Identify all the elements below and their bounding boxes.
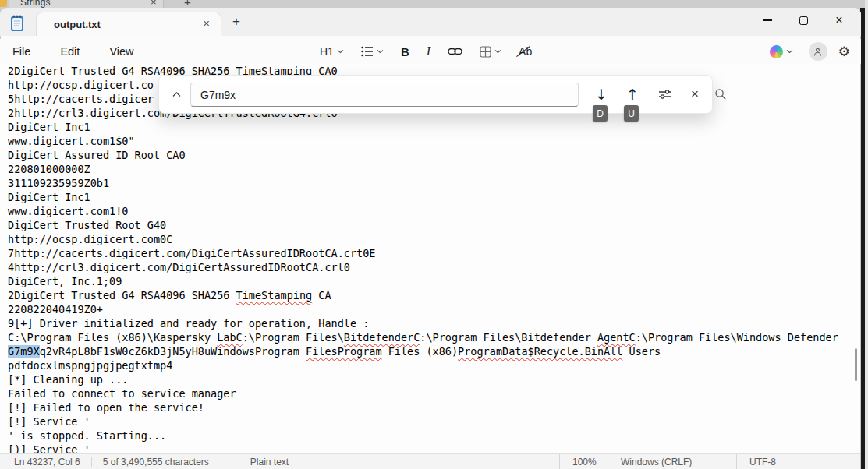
status-line-endings[interactable]: Windows (CRLF) bbox=[608, 454, 736, 469]
text-segment: Failed to connect to service manager bbox=[8, 387, 236, 400]
tab-close-icon[interactable]: × bbox=[203, 16, 210, 30]
keytip-up: U bbox=[624, 105, 639, 122]
editor-row[interactable]: DigiCert, Inc.1;09 bbox=[8, 274, 860, 288]
text-segment: pdfdocxlmspngjpgjpegtxtmp4 bbox=[8, 359, 172, 372]
italic-label: I bbox=[427, 44, 430, 58]
editor-row[interactable]: 311109235959Z0b1 bbox=[8, 176, 860, 190]
link-button[interactable] bbox=[443, 44, 467, 58]
editor-row[interactable]: 220822040419Z0+ bbox=[8, 302, 860, 316]
editor-row[interactable]: www.digicert.com1!0 bbox=[8, 204, 860, 218]
text-segment: 220801000000Z bbox=[8, 163, 90, 175]
heading-label: H1 bbox=[320, 45, 334, 58]
text-segment: http://ocsp.digicert.com0C bbox=[8, 233, 172, 245]
find-collapse-button[interactable] bbox=[165, 83, 187, 105]
editor-row[interactable]: DigiCert Inc1 bbox=[8, 190, 860, 204]
title-bar: output.txt × + × bbox=[0, 8, 861, 36]
text-segment: [)] Service ' bbox=[8, 443, 90, 453]
keytip-down: D bbox=[593, 105, 608, 122]
find-input[interactable] bbox=[190, 83, 579, 107]
table-button[interactable] bbox=[475, 44, 506, 60]
italic-button[interactable]: I bbox=[422, 42, 435, 61]
text-segment: 220822040419Z0+ bbox=[8, 303, 103, 316]
status-zoom-level[interactable]: 100% bbox=[559, 454, 608, 469]
editor-row[interactable]: DigiCert Trusted Root G40 bbox=[8, 218, 860, 232]
arrow-down-icon: ↓ bbox=[595, 86, 608, 103]
editor-row[interactable]: C:\Program Files (x86)\Kaspersky LabC:\P… bbox=[8, 330, 860, 344]
find-previous-button[interactable]: ↑ bbox=[621, 82, 644, 107]
scrollbar-thumb[interactable] bbox=[855, 348, 857, 381]
editor-row[interactable]: pdfdocxlmspngjpgjpegtxtmp4 bbox=[8, 358, 860, 372]
notepad-window: output.txt × + × File Edit View H1 bbox=[0, 8, 861, 469]
editor-row[interactable]: www.digicert.com1$0" bbox=[8, 134, 860, 148]
text-segment: DigiCert Inc1 bbox=[8, 121, 90, 133]
menu-toolbar-row: File Edit View H1 B I bbox=[0, 39, 861, 64]
editor-row[interactable]: http://ocsp.digicert.com0C bbox=[8, 232, 860, 246]
clear-formatting-button[interactable]: Ab bbox=[514, 43, 537, 60]
status-character-count[interactable]: 5 of 3,490,555 characters bbox=[92, 454, 239, 469]
chevron-down-icon bbox=[377, 49, 384, 54]
editor-row[interactable]: [!] Failed to open the service! bbox=[8, 400, 860, 414]
filter-options-icon bbox=[658, 88, 671, 100]
menu-edit[interactable]: Edit bbox=[57, 44, 83, 59]
editor-row[interactable]: DigiCert Inc1 bbox=[8, 120, 860, 134]
editor-row[interactable]: G7m9Xq2vR4pL8bF1sW0cZ6kD3jN5yH8uWindowsP… bbox=[8, 344, 860, 358]
find-next-button[interactable]: ↓ bbox=[590, 82, 613, 107]
editor-row[interactable]: 4http://crl3.digicert.com/DigiCertAssure… bbox=[8, 260, 860, 274]
editor-row[interactable]: [)] Service ' bbox=[8, 443, 860, 453]
settings-button[interactable]: ⚙ bbox=[838, 44, 850, 60]
heading-style-button[interactable]: H1 bbox=[315, 43, 349, 60]
text-segment: ' is stopped. Starting... bbox=[8, 429, 166, 442]
menu-view[interactable]: View bbox=[106, 44, 136, 59]
text-segment: :\Program Files\Bitdefender bbox=[420, 331, 597, 344]
editor-row[interactable]: ' is stopped. Starting... bbox=[8, 428, 860, 443]
editor-row[interactable]: 7http://cacerts.digicert.com/DigiCertAss… bbox=[8, 246, 860, 260]
close-button[interactable]: × bbox=[821, 8, 857, 33]
status-encoding[interactable]: UTF-8 bbox=[736, 454, 860, 469]
close-icon: × bbox=[691, 86, 699, 102]
background-window-edge bbox=[865, 0, 868, 469]
background-tab-strings[interactable]: Strings × bbox=[9, 0, 164, 8]
editor-row[interactable]: 2DigiCert Trusted G4 RSA4096 SHA256 Time… bbox=[8, 288, 860, 302]
copilot-icon bbox=[770, 45, 783, 58]
editor-row[interactable]: Failed to connect to service manager bbox=[8, 386, 860, 400]
find-close-button[interactable]: × bbox=[683, 82, 707, 107]
text-segment: DigiCert Inc1 bbox=[8, 191, 90, 203]
editor-row[interactable]: 9[+] Driver initialized and ready for op… bbox=[8, 316, 860, 330]
notepad-app-icon bbox=[9, 15, 25, 32]
minimize-button[interactable] bbox=[749, 8, 785, 33]
search-icon[interactable] bbox=[714, 88, 727, 100]
text-segment: DigiCert, Inc.1;09 bbox=[8, 275, 122, 287]
background-new-tab-icon[interactable]: + bbox=[184, 0, 191, 8]
editor-row[interactable]: DigiCert Assured ID Root CA0 bbox=[8, 148, 860, 162]
tab-output-txt[interactable]: output.txt × bbox=[36, 12, 221, 36]
list-button[interactable] bbox=[356, 44, 388, 59]
editor-row[interactable]: [*] Cleaning up ... bbox=[8, 372, 860, 386]
find-options-button[interactable] bbox=[653, 82, 676, 107]
copilot-button[interactable] bbox=[765, 43, 798, 61]
clear-formatting-icon: Ab bbox=[519, 45, 532, 58]
bold-button[interactable]: B bbox=[396, 43, 414, 61]
link-icon bbox=[448, 47, 462, 56]
background-tab-close-icon[interactable]: × bbox=[151, 0, 157, 8]
status-cursor-position[interactable]: Ln 43237, Col 6 bbox=[0, 454, 91, 469]
editor-content[interactable]: 2DigiCert Trusted G4 RSA4096 SHA256 Time… bbox=[0, 64, 860, 453]
maximize-button[interactable] bbox=[785, 8, 821, 33]
text-segment: Files (x86) bbox=[382, 345, 459, 358]
text-segment: 5http://cacerts.digicer bbox=[8, 93, 154, 105]
text-segment: Users bbox=[622, 345, 661, 358]
misspelled-word: FilesProgram bbox=[306, 345, 382, 358]
text-segment: [*] Cleaning up ... bbox=[8, 373, 128, 386]
editor-row[interactable]: 220801000000Z bbox=[8, 162, 860, 176]
text-segment: :\Program Files\ bbox=[243, 331, 344, 344]
background-tab-title: Strings bbox=[20, 0, 51, 8]
screen: Strings × + output.txt × + bbox=[0, 0, 868, 469]
menu-file[interactable]: File bbox=[9, 44, 34, 59]
text-segment: CA bbox=[312, 289, 331, 302]
account-button[interactable] bbox=[809, 42, 827, 61]
text-segment: [!] Failed to open the service! bbox=[8, 401, 204, 414]
editor-row[interactable]: [!] Service ' bbox=[8, 414, 860, 428]
table-icon bbox=[480, 46, 491, 58]
new-tab-button[interactable]: + bbox=[232, 15, 240, 28]
status-doc-type[interactable]: Plain text bbox=[239, 454, 289, 469]
text-segment: 9[+] Driver initialized and ready for op… bbox=[8, 317, 369, 330]
